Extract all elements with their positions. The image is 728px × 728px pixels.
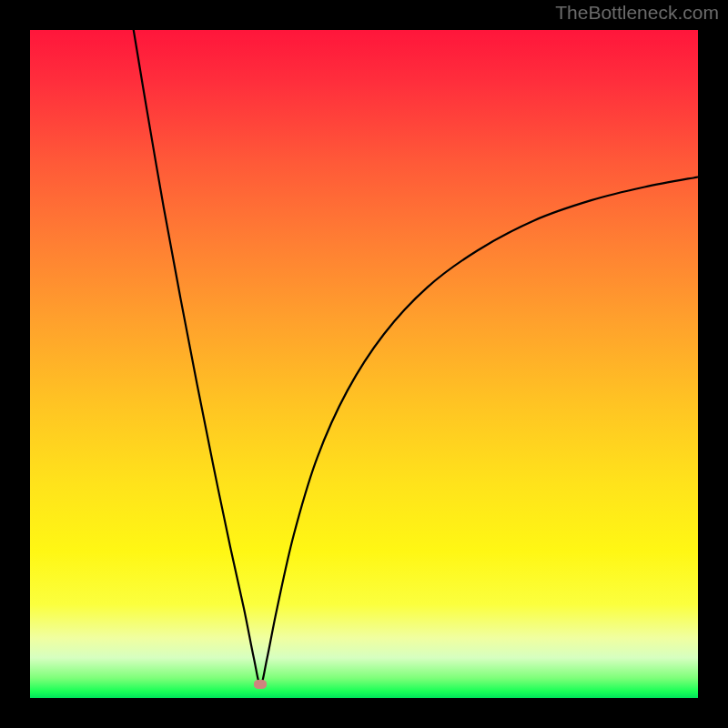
attribution-text: TheBottleneck.com [555,2,719,24]
curve-path [134,30,698,684]
optimum-marker [254,680,267,689]
chart-frame: TheBottleneck.com [0,0,728,728]
bottleneck-curve [30,30,698,698]
